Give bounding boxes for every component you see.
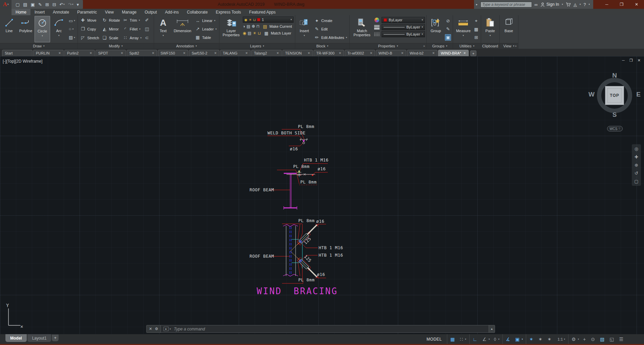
close-tab-icon[interactable]: ✕ bbox=[276, 51, 279, 55]
close-tab-icon[interactable]: ✕ bbox=[432, 51, 435, 55]
qat-undo-icon[interactable]: ↶▾ bbox=[58, 2, 66, 7]
ortho-mode-toggle[interactable]: ∟ bbox=[471, 334, 480, 344]
file-tab[interactable]: TENSION ✕ bbox=[282, 50, 313, 56]
graphics-performance-toggle[interactable]: ▧ bbox=[598, 334, 607, 344]
qat-redo-icon[interactable]: ↷▾ bbox=[67, 2, 74, 7]
close-button[interactable]: ✕ bbox=[629, 0, 644, 9]
tab-express-tools[interactable]: Express Tools bbox=[212, 9, 245, 15]
panel-expand-icon[interactable]: » bbox=[515, 44, 517, 48]
create-block-button[interactable]: ✦ Create bbox=[313, 17, 348, 25]
isometric-drafting-toggle[interactable]: ◊ ▾ bbox=[492, 334, 501, 344]
file-tab[interactable]: Purlin2 ✕ bbox=[64, 50, 95, 56]
app-store-cart-icon[interactable] bbox=[566, 2, 571, 7]
polyline-button[interactable]: Polyline bbox=[18, 16, 34, 42]
layer-unisolate-icon[interactable]: ▤ bbox=[248, 31, 251, 36]
color-wheel-icon[interactable] bbox=[374, 18, 380, 22]
isolate-objects-toggle[interactable]: ⊙ bbox=[589, 334, 598, 344]
help-icon[interactable]: ? bbox=[583, 2, 586, 7]
qat-open-icon[interactable]: ▤ bbox=[22, 2, 28, 7]
close-tab-icon[interactable]: ✕ bbox=[401, 51, 404, 55]
snap-mode-toggle[interactable]: ∷ ▾ bbox=[458, 334, 468, 344]
file-tab[interactable]: Wind-b2 ✕ bbox=[407, 50, 437, 56]
close-tab-icon[interactable]: ✕ bbox=[463, 51, 466, 55]
command-input[interactable]: Type a command bbox=[174, 327, 205, 331]
panel-label-view[interactable]: View▾ » bbox=[500, 43, 518, 49]
wcs-menu[interactable]: WCS▽ bbox=[607, 126, 623, 131]
quick-calc-icon[interactable]: ▩ bbox=[473, 26, 479, 32]
workspace-switching[interactable]: ⚙ ▾ bbox=[570, 334, 581, 344]
file-tab[interactable]: TALANG ✕ bbox=[220, 50, 251, 56]
quick-select-icon[interactable]: ⌖ bbox=[474, 18, 478, 24]
text-button[interactable]: A Text ▾ bbox=[155, 16, 171, 42]
table-button[interactable]: ▦ Table bbox=[194, 34, 218, 42]
customization-menu[interactable]: ☰ bbox=[617, 334, 626, 344]
panel-label-annotation[interactable]: Annotation▾ bbox=[154, 43, 219, 49]
close-tab-icon[interactable]: ✕ bbox=[58, 51, 61, 55]
circle-button[interactable]: Circle ▾ bbox=[35, 16, 50, 42]
file-tab[interactable]: Talang2 ✕ bbox=[251, 50, 282, 56]
search-input[interactable] bbox=[480, 2, 532, 7]
close-tab-icon[interactable]: ✕ bbox=[183, 51, 186, 55]
tab-output[interactable]: Output bbox=[141, 9, 161, 15]
match-properties-button[interactable]: Match Properties bbox=[351, 16, 373, 42]
copy-button[interactable]: ❐ Copy bbox=[79, 25, 100, 33]
base-button[interactable]: Base bbox=[501, 16, 517, 42]
layer-off-icon[interactable]: ◑ bbox=[243, 24, 245, 29]
mirror-button[interactable]: ◭ Mirror bbox=[101, 25, 121, 33]
file-tab[interactable]: WIND-BRA* ✕ bbox=[438, 50, 469, 56]
tab-featured-apps[interactable]: Featured Apps bbox=[245, 9, 280, 15]
fillet-button[interactable]: ◜ Fillet ▾ bbox=[122, 25, 143, 33]
infocenter-collapse-icon[interactable]: ▸ bbox=[476, 3, 478, 6]
layer-lock-icon[interactable]: ⊓ bbox=[256, 24, 259, 29]
minimize-button[interactable]: ─ bbox=[599, 0, 614, 9]
lineweight-icon[interactable] bbox=[374, 25, 380, 29]
array-button[interactable]: ∷ Array ▾ bbox=[122, 34, 143, 42]
tab-addins[interactable]: Add-ins bbox=[161, 9, 183, 15]
polar-tracking-toggle[interactable]: ∠ ▾ bbox=[480, 334, 492, 344]
arc-button[interactable]: Arc ▾ bbox=[51, 16, 67, 42]
chevron-down-icon[interactable]: ▾ bbox=[562, 3, 563, 6]
tab-manage[interactable]: Manage bbox=[118, 9, 141, 15]
command-prompt-icon[interactable]: ▸ bbox=[164, 327, 169, 331]
close-tab-icon[interactable]: ✕ bbox=[121, 51, 123, 55]
offset-button[interactable]: ⊂ bbox=[143, 34, 152, 42]
sign-in-button[interactable]: Sign In bbox=[540, 2, 559, 7]
crosshair-toggle[interactable]: + bbox=[581, 334, 589, 344]
tab-view[interactable]: View bbox=[101, 9, 118, 15]
layer-on-icon[interactable]: ◉ bbox=[243, 31, 246, 36]
file-tab[interactable]: SPDT ✕ bbox=[95, 50, 126, 56]
search-icon[interactable]: ∞ bbox=[535, 2, 538, 7]
panel-label-clipboard[interactable]: Clipboard bbox=[481, 43, 499, 49]
drawing-canvas[interactable]: [-][Top][2D Wireframe] ─ ❐ ✕ bbox=[0, 56, 644, 334]
edit-attributes-button[interactable]: ✏ Edit Attributes ▾ bbox=[313, 34, 348, 42]
layer-unlock-icon[interactable]: ⊔ bbox=[258, 31, 261, 36]
annotation-autoscale-toggle[interactable]: ✶ bbox=[536, 334, 545, 344]
panel-label-properties[interactable]: Properties▾ » bbox=[350, 43, 426, 49]
move-button[interactable]: ✚ Move bbox=[79, 16, 100, 24]
view-cube[interactable]: N W E S TOP bbox=[587, 70, 642, 121]
match-layer-button[interactable]: ▦ Match Layer bbox=[263, 30, 293, 36]
viewcube-east[interactable]: E bbox=[636, 91, 641, 98]
command-line[interactable]: ✕ ⚙ ▸ ▾ Type a command ▲ bbox=[146, 325, 495, 333]
close-tab-icon[interactable]: ✕ bbox=[245, 51, 248, 55]
customize-icon[interactable]: ⚙ bbox=[155, 327, 158, 331]
model-tab[interactable]: Model bbox=[5, 334, 27, 342]
chevron-down-icon[interactable]: ▾ bbox=[580, 3, 581, 6]
layer-properties-button[interactable]: Layer Properties bbox=[221, 16, 242, 42]
maximize-button[interactable]: ❐ bbox=[614, 0, 629, 9]
qat-customize-icon[interactable]: ▾ bbox=[75, 2, 80, 7]
layout1-tab[interactable]: Layout1 bbox=[27, 334, 51, 342]
close-tab-icon[interactable]: ✕ bbox=[152, 51, 154, 55]
new-tab-button[interactable]: + bbox=[470, 50, 476, 56]
close-tab-icon[interactable]: ✕ bbox=[307, 51, 310, 55]
tab-home[interactable]: Home bbox=[12, 9, 30, 15]
autodesk-360-icon[interactable]: ◬ bbox=[574, 2, 577, 7]
annotation-visibility-toggle[interactable]: ✶ bbox=[527, 334, 536, 344]
tab-parametric[interactable]: Parametric bbox=[73, 9, 101, 15]
layer-freeze-icon[interactable]: ❆ bbox=[252, 24, 255, 29]
group-button[interactable]: Group bbox=[428, 16, 444, 42]
tab-collaborate[interactable]: Collaborate bbox=[183, 9, 212, 15]
file-tab[interactable]: Swf150-2 ✕ bbox=[189, 50, 219, 56]
edit-block-button[interactable]: ✎ Edit bbox=[313, 25, 348, 33]
new-layout-button[interactable]: + bbox=[52, 335, 59, 341]
